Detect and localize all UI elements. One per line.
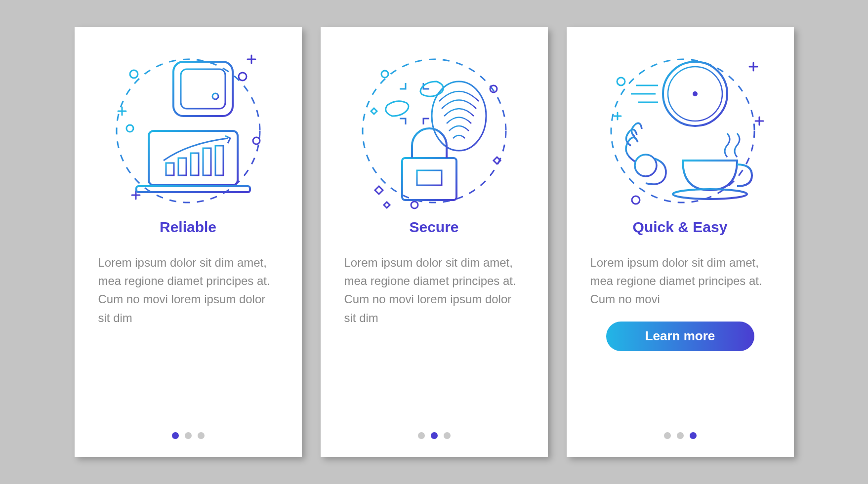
page-indicator <box>321 432 548 439</box>
dot-2[interactable] <box>431 432 438 439</box>
card-title: Reliable <box>160 219 216 236</box>
dot-1[interactable] <box>418 432 425 439</box>
svg-rect-15 <box>215 146 223 175</box>
card-title: Quick & Easy <box>633 219 728 236</box>
svg-rect-21 <box>402 158 456 200</box>
dot-2[interactable] <box>185 432 192 439</box>
dot-3[interactable] <box>444 432 451 439</box>
card-title: Secure <box>409 219 458 236</box>
card-body: Lorem ipsum dolor sit dim amet, mea regi… <box>96 253 280 327</box>
secure-icon <box>345 47 523 215</box>
svg-point-7 <box>212 93 218 99</box>
svg-rect-11 <box>166 163 174 175</box>
svg-point-1 <box>130 70 138 78</box>
onboarding-card-quick-easy: Quick & Easy Lorem ipsum dolor sit dim a… <box>567 27 794 457</box>
card-body: Lorem ipsum dolor sit dim amet, mea regi… <box>588 253 772 309</box>
svg-rect-6 <box>181 69 225 109</box>
dot-3[interactable] <box>198 432 205 439</box>
page-indicator <box>567 432 794 439</box>
dot-3[interactable] <box>690 432 697 439</box>
svg-point-25 <box>632 196 640 204</box>
svg-point-3 <box>126 125 133 132</box>
svg-point-2 <box>239 73 247 81</box>
onboarding-card-reliable: Reliable Lorem ipsum dolor sit dim amet,… <box>75 27 302 457</box>
reliable-icon <box>99 47 277 215</box>
svg-point-24 <box>617 78 625 85</box>
dot-1[interactable] <box>172 432 179 439</box>
page-indicator <box>75 432 302 439</box>
svg-rect-14 <box>203 148 211 175</box>
svg-rect-9 <box>136 186 250 192</box>
learn-more-button[interactable]: Learn more <box>606 322 754 351</box>
dot-2[interactable] <box>677 432 684 439</box>
svg-point-4 <box>253 137 260 144</box>
svg-rect-13 <box>191 153 199 175</box>
svg-point-19 <box>411 202 418 208</box>
svg-rect-22 <box>417 170 442 185</box>
onboarding-card-secure: Secure Lorem ipsum dolor sit dim amet, m… <box>321 27 548 457</box>
svg-point-38 <box>635 155 657 176</box>
svg-point-17 <box>381 71 388 78</box>
dot-1[interactable] <box>664 432 671 439</box>
quick-easy-icon <box>591 47 769 215</box>
card-body: Lorem ipsum dolor sit dim amet, mea regi… <box>342 253 526 327</box>
svg-rect-12 <box>178 158 186 175</box>
